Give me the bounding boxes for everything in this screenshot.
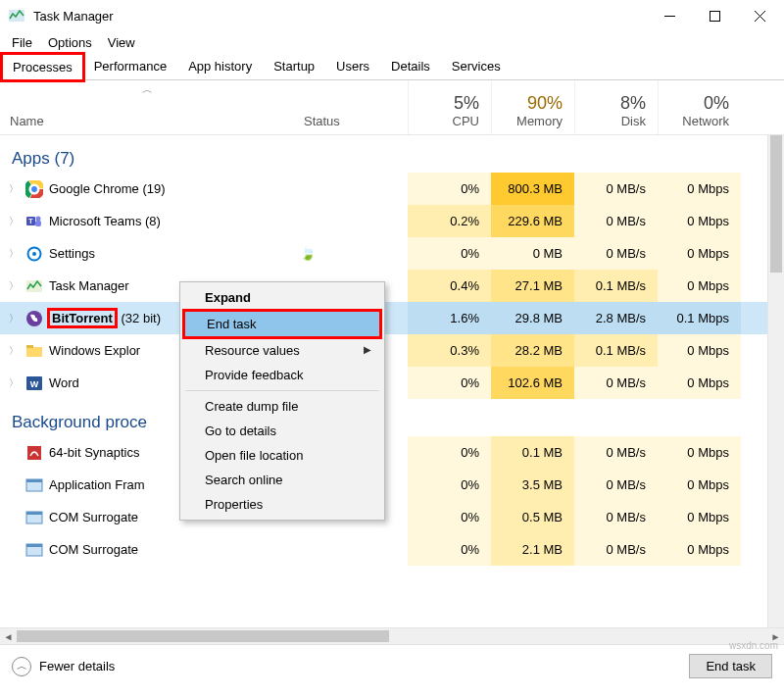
svg-rect-28 (26, 544, 42, 547)
disk-cell: 0 MB/s (574, 436, 658, 469)
process-row[interactable]: 64-bit Synaptics 0% 0.1 MB 0 MB/s 0 Mbps (0, 436, 784, 469)
process-name: 64-bit Synaptics (49, 445, 140, 460)
tab-processes[interactable]: Processes (2, 54, 83, 80)
fewer-details-toggle[interactable]: ︿ Fewer details (12, 657, 115, 676)
col-cpu[interactable]: 5% CPU (408, 80, 491, 134)
tab-services[interactable]: Services (441, 53, 512, 79)
expand-chevron-icon[interactable]: 〉 (8, 215, 20, 228)
cpu-cell: 0% (408, 436, 491, 469)
process-row[interactable]: 〉 Google Chrome (19) 0% 800.3 MB 0 MB/s … (0, 173, 784, 205)
expand-chevron-icon[interactable]: 〉 (8, 312, 20, 325)
ctx-go-to-details[interactable]: Go to details (183, 419, 381, 443)
horizontal-scrollbar[interactable]: ◄ ► (0, 627, 784, 644)
chevron-up-icon: ︿ (12, 657, 31, 676)
network-cell: 0 Mbps (658, 367, 741, 399)
disk-cell: 0.1 MB/s (574, 334, 658, 367)
close-button[interactable] (737, 0, 782, 31)
group-title: Apps (7) (8, 149, 74, 169)
hscroll-left-icon[interactable]: ◄ (0, 628, 17, 644)
status-cell (294, 205, 408, 237)
col-disk-label: Disk (621, 114, 646, 128)
process-row[interactable]: 〉 W Word 0% 102.6 MB 0 MB/s 0 Mbps (0, 367, 784, 399)
chrome-icon (25, 180, 43, 198)
disk-cell: 0 MB/s (574, 173, 658, 205)
network-cell: 0 Mbps (658, 205, 741, 237)
svg-rect-26 (26, 512, 42, 515)
word-icon: W (25, 374, 43, 392)
end-task-button[interactable]: End task (689, 654, 772, 678)
tab-startup[interactable]: Startup (263, 53, 325, 79)
tab-app-history[interactable]: App history (177, 53, 263, 79)
process-row[interactable]: COM Surrogate 0% 0.5 MB 0 MB/s 0 Mbps (0, 501, 784, 533)
disk-cell: 0 MB/s (574, 237, 658, 270)
expand-chevron-icon[interactable]: 〉 (8, 376, 20, 390)
disk-cell: 0 MB/s (574, 469, 658, 501)
ctx-search-online[interactable]: Search online (183, 468, 381, 492)
process-name: Application Fram (49, 477, 145, 492)
tab-performance[interactable]: Performance (83, 53, 177, 79)
col-name[interactable]: ︿ Name (0, 80, 294, 134)
cpu-total: 5% (454, 93, 479, 114)
taskmgr-icon (25, 277, 43, 295)
col-memory[interactable]: 90% Memory (491, 80, 574, 134)
memory-cell: 28.2 MB (491, 334, 574, 367)
process-name: COM Surrogate (49, 542, 138, 557)
cpu-cell: 0.2% (408, 205, 491, 237)
process-row[interactable]: 〉 BitTorrent (32 bit) 1.6% 29.8 MB 2.8 M… (0, 302, 784, 334)
network-cell: 0 Mbps (658, 270, 741, 302)
ctx-properties[interactable]: Properties (183, 492, 381, 517)
scrollbar-thumb[interactable] (770, 135, 782, 273)
vertical-scrollbar[interactable] (767, 135, 784, 627)
ctx-create-dump-file[interactable]: Create dump file (183, 394, 381, 419)
menu-view[interactable]: View (100, 33, 143, 52)
process-row[interactable]: 〉 Task Manager 0.4% 27.1 MB 0.1 MB/s 0 M… (0, 270, 784, 302)
process-name: COM Surrogate (49, 510, 138, 524)
leaf-icon: 🍃 (300, 246, 316, 261)
watermark: wsxdn.com (729, 640, 778, 651)
ctx-provide-feedback[interactable]: Provide feedback (183, 363, 381, 387)
process-row[interactable]: 〉 Settings 🍃 0% 0 MB 0 MB/s 0 Mbps (0, 237, 784, 270)
process-row[interactable]: 〉 Windows Explor 0.3% 28.2 MB 0.1 MB/s 0… (0, 334, 784, 367)
col-status[interactable]: Status (294, 80, 408, 134)
minimize-button[interactable] (647, 0, 692, 31)
expand-chevron-icon[interactable]: 〉 (8, 344, 20, 358)
col-network[interactable]: 0% Network (658, 80, 741, 134)
cpu-cell: 0.3% (408, 334, 491, 367)
group-header: Apps (7) (0, 135, 784, 173)
comsrg-icon (25, 541, 43, 559)
status-cell (294, 533, 408, 566)
network-cell: 0.1 Mbps (658, 302, 741, 334)
expand-chevron-icon[interactable]: 〉 (8, 182, 20, 196)
expand-chevron-icon[interactable]: 〉 (8, 247, 20, 261)
col-disk[interactable]: 8% Disk (574, 80, 658, 134)
process-row[interactable]: Application Fram 0% 3.5 MB 0 MB/s 0 Mbps (0, 469, 784, 501)
process-name: Settings (49, 246, 95, 261)
menu-file[interactable]: File (4, 33, 40, 52)
footer: ︿ Fewer details End task (0, 644, 784, 687)
process-name: Word (49, 375, 79, 390)
menu-options[interactable]: Options (40, 33, 100, 52)
ctx-open-file-location[interactable]: Open file location (183, 443, 381, 468)
ctx-end-task[interactable]: End task (182, 309, 382, 339)
process-name: Task Manager (49, 278, 129, 293)
process-row[interactable]: 〉 T Microsoft Teams (8) 0.2% 229.6 MB 0 … (0, 205, 784, 237)
maximize-button[interactable] (692, 0, 737, 31)
ctx-resource-values[interactable]: Resource values▶ (183, 338, 381, 363)
col-status-label: Status (304, 114, 340, 128)
ctx-expand[interactable]: Expand (183, 285, 381, 310)
memory-cell: 102.6 MB (491, 367, 574, 399)
memory-cell: 229.6 MB (491, 205, 574, 237)
menu-separator (185, 390, 379, 391)
cpu-cell: 0% (408, 367, 491, 399)
svg-rect-13 (35, 221, 41, 226)
hscrollbar-thumb[interactable] (17, 630, 389, 642)
tab-users[interactable]: Users (325, 53, 380, 79)
process-row[interactable]: COM Surrogate 0% 2.1 MB 0 MB/s 0 Mbps (0, 533, 784, 566)
memory-cell: 0.5 MB (491, 501, 574, 533)
appframe-icon (25, 476, 43, 494)
expand-chevron-icon[interactable]: 〉 (8, 279, 20, 293)
cpu-cell: 0.4% (408, 270, 491, 302)
tab-details[interactable]: Details (380, 53, 441, 79)
memory-cell: 27.1 MB (491, 270, 574, 302)
col-name-label: Name (10, 114, 284, 128)
